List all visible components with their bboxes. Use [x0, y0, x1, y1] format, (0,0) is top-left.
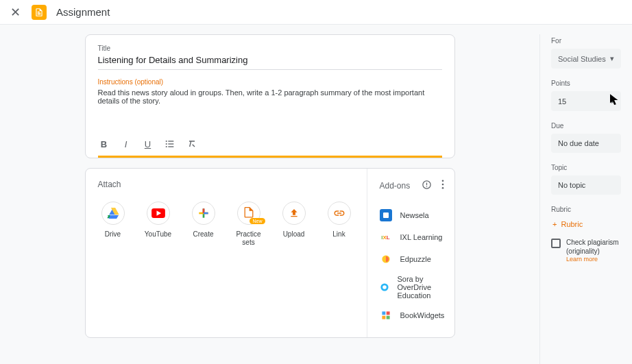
main-column: Title Instructions (optional) Read this … [0, 34, 539, 338]
newsela-icon [380, 209, 392, 221]
italic-icon[interactable]: I [120, 138, 132, 150]
svg-point-17 [442, 187, 444, 189]
drive-icon [101, 202, 125, 225]
topic-label: Topic [551, 164, 621, 171]
checkbox-icon[interactable] [551, 239, 561, 248]
svg-rect-14 [204, 213, 208, 215]
plus-icon: + [552, 220, 557, 228]
instructions-label: Instructions (optional) [98, 78, 442, 86]
attach-drive[interactable]: Drive [98, 202, 128, 247]
ixl-icon: IXL [380, 231, 392, 243]
svg-rect-24 [382, 316, 385, 319]
points-label: Points [551, 80, 621, 87]
plagiarism-label: Check plagiarism (originality) [566, 238, 621, 256]
addons-section: Add-ons Newsela [367, 169, 457, 337]
chevron-down-icon: ▾ [610, 54, 614, 63]
bookwidgets-icon [380, 309, 392, 321]
title-label: Title [98, 45, 442, 52]
attach-create[interactable]: Create [189, 202, 219, 247]
rubric-label: Rubric [551, 206, 621, 213]
workspace: Title Instructions (optional) Read this … [0, 25, 632, 364]
svg-point-2 [165, 143, 167, 145]
svg-rect-18 [383, 213, 389, 218]
svg-point-21 [382, 285, 387, 289]
add-rubric-button[interactable]: + Rubric [551, 217, 621, 231]
plagiarism-checkbox-row[interactable]: Check plagiarism (originality) Learn mor… [551, 238, 621, 263]
bullet-list-icon[interactable] [164, 138, 176, 150]
more-icon[interactable] [441, 180, 444, 192]
top-bar: ✕ Assignment [0, 0, 632, 25]
title-input[interactable] [98, 52, 442, 70]
due-label: Due [551, 122, 621, 130]
underline-icon[interactable]: U [142, 138, 154, 150]
addon-edpuzzle[interactable]: Edpuzzle [380, 248, 445, 270]
clear-format-icon[interactable] [186, 138, 198, 150]
addons-heading: Add-ons [380, 181, 411, 191]
addon-newsela[interactable]: Newsela [380, 204, 445, 226]
info-icon[interactable] [422, 180, 432, 192]
addon-sora[interactable]: Sora by OverDrive Education [380, 270, 445, 304]
new-badge: New [250, 218, 265, 224]
svg-rect-1 [168, 141, 173, 141]
sora-icon [380, 281, 389, 293]
svg-rect-25 [386, 316, 389, 319]
attach-addons-card: Attach Drive YouTube [85, 168, 455, 338]
svg-point-15 [442, 180, 444, 182]
due-select[interactable]: No due date [551, 134, 621, 153]
attach-heading: Attach [98, 180, 354, 189]
close-icon[interactable]: ✕ [8, 5, 22, 20]
assignment-icon [32, 5, 47, 20]
svg-rect-23 [386, 311, 389, 315]
addon-ixl[interactable]: IXL IXL Learning [380, 226, 445, 248]
points-select[interactable]: 15 ▾ [551, 91, 621, 111]
youtube-icon [147, 202, 170, 225]
addon-bookwidgets[interactable]: BookWidgets [380, 304, 445, 326]
instructions-text[interactable]: Read this news story aloud in groups. Th… [98, 86, 442, 132]
chevron-down-icon: ▾ [610, 97, 614, 106]
edpuzzle-icon [380, 253, 392, 265]
attach-upload[interactable]: Upload [279, 202, 309, 247]
svg-rect-22 [382, 311, 385, 315]
attach-practice-sets[interactable]: New Practice sets [234, 202, 264, 247]
svg-point-0 [165, 141, 167, 142]
link-icon [328, 202, 351, 225]
attach-section: Attach Drive YouTube [86, 169, 367, 337]
svg-rect-3 [168, 143, 173, 144]
learn-more-link[interactable]: Learn more [566, 256, 621, 263]
create-plus-icon [192, 202, 215, 225]
page-title: Assignment [56, 6, 110, 18]
assignment-details-card: Title Instructions (optional) Read this … [85, 34, 455, 158]
svg-rect-5 [168, 146, 173, 147]
upload-icon [282, 202, 306, 225]
for-select[interactable]: Social Studies ▾ [551, 49, 621, 69]
attach-link[interactable]: Link [324, 202, 354, 247]
topic-select[interactable]: No topic [551, 175, 621, 195]
text-toolbar: B I U [98, 132, 442, 158]
sidebar: For Social Studies ▾ Points 15 ▾ Due No … [539, 34, 632, 364]
attach-youtube[interactable]: YouTube [143, 202, 173, 247]
svg-point-4 [165, 146, 167, 147]
bold-icon[interactable]: B [98, 138, 110, 150]
for-label: For [551, 37, 621, 45]
svg-point-16 [442, 184, 444, 186]
